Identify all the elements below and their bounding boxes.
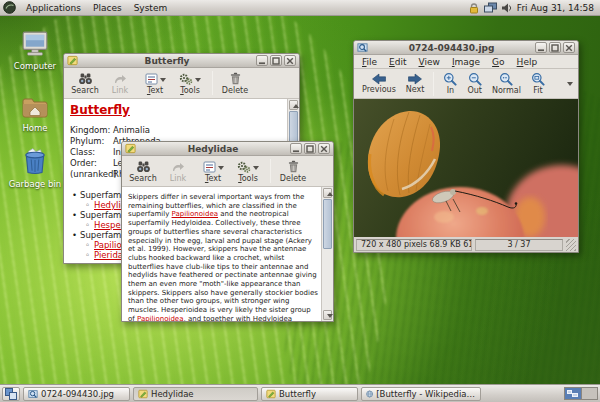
workspace-2[interactable] [581,388,597,399]
zoom-normal-button[interactable]: Normal [487,70,526,98]
close-icon [286,57,294,65]
delete-label: Delete [222,86,248,95]
tools-menu-button[interactable]: Tools [173,69,207,97]
scroll-up-button[interactable] [289,100,298,110]
menu-edit[interactable]: Edit [383,57,412,67]
scroll-up-button[interactable] [323,188,332,198]
menu-places[interactable]: Places [87,2,128,14]
chevron-down-icon [195,78,201,82]
search-button[interactable]: Search [68,69,102,97]
desktop-icon-label: Home [8,124,62,133]
minimize-icon [537,44,545,52]
delete-button[interactable]: Delete [218,69,252,97]
text-label: Text [205,174,221,183]
toolbar-overflow-chevron[interactable] [567,82,573,86]
link-label: Link [112,86,128,95]
zoom-in-label: In [447,86,454,95]
delete-button[interactable]: Delete [276,157,310,185]
zoom-in-button[interactable]: In [438,70,462,98]
note-icon [125,143,136,154]
resize-grip[interactable] [566,239,576,251]
vertical-scrollbar[interactable] [321,187,333,321]
maximize-icon [551,44,559,52]
image-viewer-icon [28,389,38,399]
menu-help[interactable]: Help [511,57,544,67]
clock[interactable]: Fri Aug 31, 14:58 [517,3,594,13]
desktop-icon-home[interactable]: Home [8,95,62,133]
scroll-down-button[interactable] [323,310,332,320]
top-panel: Applications Places System Fri Aug 31, 1… [0,0,600,16]
paragraph-segment: and the neotropical superfamily Hedyloid… [128,210,318,321]
wiki-link[interactable]: Papilionoidea [172,210,218,218]
titlebar-image-viewer[interactable]: 0724-094430.jpg [354,41,578,55]
link-button[interactable]: Link [103,69,137,97]
desktop-icon-label: Computer [8,62,62,71]
minimize-button[interactable] [256,55,268,66]
toolbar-separator [433,72,434,96]
chevron-down-icon [160,78,166,82]
viewer-toolbar: Previous Next In Out Normal Fit [354,69,578,99]
maximize-button[interactable] [270,55,282,66]
menu-file[interactable]: File [356,57,383,67]
menu-applications[interactable]: Applications [20,2,87,14]
close-button[interactable] [563,42,575,53]
desktop-icon-garbage-bin[interactable]: Garbage bin [8,146,62,189]
desktop-icon-computer[interactable]: Computer [8,31,62,71]
menu-go[interactable]: Go [486,57,511,67]
delete-label: Delete [280,174,306,183]
link-button[interactable]: Link [161,157,195,185]
menu-image[interactable]: Image [446,57,486,67]
toolbar-separator [270,159,271,183]
titlebar-hedylidae[interactable]: Hedylidae [122,142,333,156]
taskbar-button-browser[interactable]: [Butterfly - Wikipedia, the free... [361,387,481,401]
zoom-fit-icon [531,72,545,86]
maximize-button[interactable] [304,143,316,154]
distributor-logo-icon[interactable] [3,1,16,14]
taskbar-button-label: Butterfly [279,389,316,399]
zoom-normal-icon [499,72,513,86]
window-title: Hedylidae [139,144,287,154]
workspace-switcher [564,387,598,400]
scrollbar-thumb[interactable] [323,199,332,249]
trash-icon [229,72,242,85]
display-settings-icon[interactable] [484,2,497,14]
zoom-out-icon [468,72,482,86]
volume-icon[interactable] [501,2,513,14]
zoom-out-button[interactable]: Out [462,70,487,98]
menu-system[interactable]: System [128,2,174,14]
zoom-fit-button[interactable]: Fit [526,70,550,98]
field-value: Animalia [113,125,150,136]
next-button[interactable]: Next [401,70,430,98]
viewer-statusbar: 720 x 480 pixels 68.9 KB 61% 3 / 37 [354,237,578,252]
titlebar-butterfly[interactable]: Butterfly [64,54,299,68]
search-label: Search [129,174,156,183]
note-content-hedylidae[interactable]: Skippers differ in several important way… [122,187,333,321]
menu-view[interactable]: View [413,57,446,67]
workspace-1[interactable] [565,388,581,399]
tools-menu-button[interactable]: Tools [231,157,265,185]
lock-icon[interactable] [468,2,480,14]
taskbar-button-hedylidae[interactable]: Hedylidae [133,387,258,401]
trash-icon [287,160,300,173]
show-desktop-button[interactable] [2,387,20,401]
text-menu-button[interactable]: Text [196,157,230,185]
taskbar-button-image[interactable]: 0724-094430.jpg [23,387,130,401]
close-icon [565,44,573,52]
link-label: Link [170,174,186,183]
search-button[interactable]: Search [126,157,160,185]
text-menu-button[interactable]: Text [138,69,172,97]
window-title: 0724-094430.jpg [371,43,532,53]
arrow-left-icon [371,73,387,85]
previous-button[interactable]: Previous [357,70,401,98]
maximize-button[interactable] [549,42,561,53]
desktop-screen: Computer Home Garbage bin Butterfly Sear… [0,0,600,402]
minimize-button[interactable] [290,143,302,154]
desktop-icon-label: Garbage bin [8,180,62,189]
wiki-link[interactable]: Papilionoidea [137,315,183,321]
taskbar-button-butterfly[interactable]: Butterfly [261,387,358,401]
close-button[interactable] [284,55,296,66]
zoom-fit-label: Fit [533,86,542,95]
butterfly-photo-graphic [354,99,578,237]
close-button[interactable] [318,143,330,154]
minimize-button[interactable] [535,42,547,53]
